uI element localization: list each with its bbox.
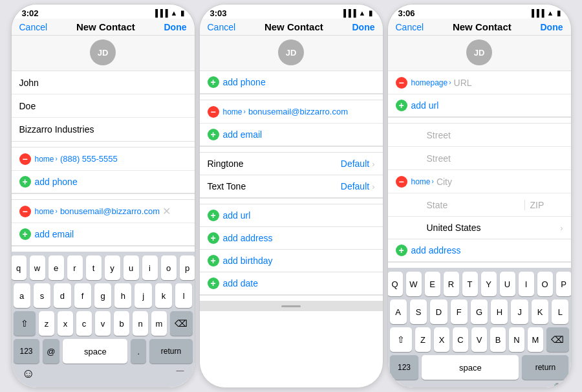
- key-l[interactable]: l: [175, 283, 192, 308]
- key-I[interactable]: I: [519, 272, 534, 296]
- period-key-1[interactable]: .: [131, 339, 146, 364]
- key-Y[interactable]: Y: [481, 272, 497, 296]
- numbers-key-3[interactable]: 123: [390, 355, 419, 380]
- key-r[interactable]: r: [67, 256, 83, 280]
- email-label-2[interactable]: home: [223, 107, 242, 116]
- key-C[interactable]: C: [453, 327, 468, 352]
- delete-key-1[interactable]: ⌫: [170, 311, 193, 336]
- done-button-3[interactable]: Done: [541, 22, 563, 32]
- key-u[interactable]: u: [124, 256, 139, 280]
- key-H[interactable]: H: [491, 299, 508, 324]
- key-b[interactable]: b: [114, 311, 129, 336]
- avatar-2[interactable]: JD: [278, 39, 304, 65]
- key-n[interactable]: n: [133, 311, 148, 336]
- cancel-button-2[interactable]: Cancel: [208, 22, 236, 32]
- cancel-button-1[interactable]: Cancel: [19, 22, 48, 32]
- key-i[interactable]: i: [142, 256, 158, 280]
- return-key-3[interactable]: return: [522, 355, 568, 380]
- key-U[interactable]: U: [500, 272, 515, 296]
- key-g[interactable]: g: [94, 283, 111, 308]
- key-O[interactable]: O: [537, 272, 553, 296]
- key-h[interactable]: h: [114, 283, 131, 308]
- key-S[interactable]: S: [410, 299, 427, 324]
- key-Q[interactable]: Q: [387, 272, 403, 296]
- add-phone-row[interactable]: + add phone: [12, 171, 195, 193]
- key-X[interactable]: X: [434, 327, 449, 352]
- key-K[interactable]: K: [532, 299, 548, 324]
- add-date-row[interactable]: + add date: [200, 272, 383, 295]
- key-J[interactable]: J: [511, 299, 528, 324]
- key-D[interactable]: D: [430, 299, 447, 324]
- homepage-label[interactable]: homepage: [411, 78, 448, 87]
- add-email-row-1[interactable]: + add email: [12, 223, 195, 246]
- city-row[interactable]: − home › City: [388, 170, 571, 193]
- key-y[interactable]: y: [105, 256, 120, 280]
- add-phone-icon[interactable]: +: [19, 176, 31, 188]
- avatar-3[interactable]: JD: [466, 39, 492, 65]
- street-row-1[interactable]: Street: [388, 124, 571, 147]
- key-t[interactable]: t: [86, 256, 102, 280]
- add-address-row-3[interactable]: + add address: [388, 239, 571, 262]
- country-row[interactable]: United States ›: [388, 217, 571, 239]
- at-key-1[interactable]: @: [43, 339, 60, 364]
- done-button-1[interactable]: Done: [164, 22, 187, 32]
- cancel-button-3[interactable]: Cancel: [396, 22, 424, 32]
- key-c[interactable]: c: [76, 311, 92, 336]
- key-M[interactable]: M: [528, 327, 543, 352]
- key-d[interactable]: d: [54, 283, 70, 308]
- key-x[interactable]: x: [58, 311, 73, 336]
- add-address-icon-3[interactable]: +: [396, 245, 407, 256]
- key-e[interactable]: e: [48, 256, 64, 280]
- add-email-row-2[interactable]: + add email: [200, 124, 383, 146]
- add-url-icon-2[interactable]: +: [208, 210, 219, 221]
- mic-key-3[interactable]: 🎤: [546, 382, 561, 388]
- key-m[interactable]: m: [151, 311, 167, 336]
- emoji-key-1[interactable]: ☺: [22, 366, 35, 381]
- add-url-icon-3[interactable]: +: [396, 100, 407, 111]
- key-q[interactable]: q: [11, 256, 27, 280]
- shift-key-3[interactable]: ⇧: [390, 327, 413, 352]
- state-zip-row[interactable]: State ZIP: [388, 193, 571, 217]
- add-email-icon-1[interactable]: +: [19, 228, 31, 240]
- emoji-key-3[interactable]: ☺: [398, 382, 411, 388]
- phone-row[interactable]: − home › (888) 555-5555: [12, 147, 195, 171]
- ringtone-row[interactable]: Ringtone Default ›: [200, 153, 383, 175]
- add-phone-icon-2[interactable]: +: [208, 76, 219, 88]
- return-key-1[interactable]: return: [149, 339, 192, 364]
- remove-address-button[interactable]: −: [396, 176, 407, 188]
- remove-email-button-2[interactable]: −: [208, 106, 219, 118]
- company-row[interactable]: Bizzarro Industries: [12, 118, 195, 141]
- email-row-1[interactable]: − home › bonusemail@bizzarro.com ✕: [12, 200, 195, 223]
- key-k[interactable]: k: [155, 283, 172, 308]
- key-s[interactable]: s: [34, 283, 50, 308]
- avatar-1[interactable]: JD: [90, 39, 116, 65]
- key-P[interactable]: P: [556, 272, 572, 296]
- key-p[interactable]: p: [180, 256, 195, 280]
- key-A[interactable]: A: [390, 299, 407, 324]
- add-birthday-icon[interactable]: +: [208, 255, 219, 267]
- key-f[interactable]: f: [74, 283, 91, 308]
- key-B[interactable]: B: [490, 327, 506, 352]
- key-Z[interactable]: Z: [415, 327, 431, 352]
- add-url-row-3[interactable]: + add url: [388, 94, 571, 117]
- last-name-row[interactable]: Doe: [12, 94, 195, 118]
- key-T[interactable]: T: [462, 272, 478, 296]
- add-address-icon-2[interactable]: +: [208, 232, 219, 244]
- street-row-2[interactable]: Street: [388, 147, 571, 170]
- remove-homepage-button[interactable]: −: [396, 77, 407, 89]
- key-E[interactable]: E: [425, 272, 440, 296]
- text-tone-row[interactable]: Text Tone Default ›: [200, 175, 383, 198]
- shift-key-1[interactable]: ⇧: [14, 311, 36, 336]
- remove-email-button-1[interactable]: −: [19, 206, 31, 217]
- email-row-2[interactable]: − home › bonusemail@bizzarro.com: [200, 100, 383, 124]
- key-V[interactable]: V: [471, 327, 487, 352]
- key-o[interactable]: o: [161, 256, 177, 280]
- key-z[interactable]: z: [39, 311, 54, 336]
- key-j[interactable]: j: [135, 283, 151, 308]
- space-key-3[interactable]: space: [422, 355, 519, 380]
- add-email-icon-2[interactable]: +: [208, 129, 219, 140]
- address-label[interactable]: home: [411, 177, 431, 186]
- key-N[interactable]: N: [509, 327, 524, 352]
- add-date-icon[interactable]: +: [208, 278, 219, 289]
- done-button-2[interactable]: Done: [352, 22, 375, 32]
